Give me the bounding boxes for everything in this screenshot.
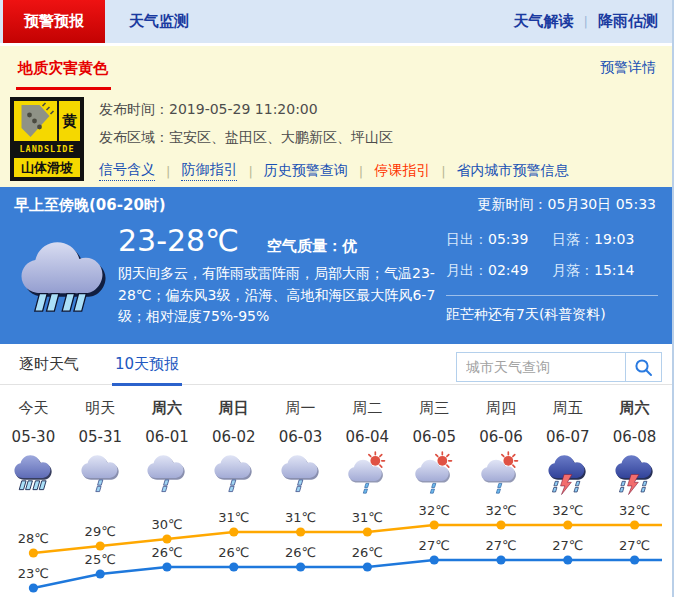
temp-label: 30℃: [151, 517, 182, 532]
day-name: 今天: [0, 399, 67, 418]
day-column-05-30[interactable]: 今天05-30: [0, 390, 67, 501]
solar-term-link[interactable]: 距芒种还有7天(科普资料): [446, 295, 658, 324]
day-column-06-02[interactable]: 周日06-02: [200, 390, 267, 501]
high-temp-point: [496, 520, 505, 529]
sun-moon-grid: 日出：05:39日落：19:03月出：02:49月落：15:14: [446, 231, 658, 280]
alert-link-1[interactable]: 信号含义: [99, 161, 155, 181]
temp-label: 26℃: [352, 545, 383, 560]
high-temp-point: [630, 520, 639, 529]
day-date: 06-01: [134, 428, 201, 446]
publish-time-label: 发布时间：: [99, 101, 169, 117]
sun-moon-item-3: 月出：02:49: [446, 262, 552, 280]
landslide-warning-icon[interactable]: 黄 LANDSLIDE 山体滑坡: [10, 97, 84, 181]
day-column-06-08[interactable]: 周六06-08: [601, 390, 668, 501]
alert-detail-link[interactable]: 预警详情: [600, 59, 656, 77]
top-tab-bar: 预警预报 天气监测 天气解读 | 降雨估测: [0, 0, 672, 43]
temp-label: 27℃: [419, 538, 450, 553]
forecast-tab-bar: 逐时天气 10天预报: [0, 352, 672, 385]
temp-label: 29℃: [85, 524, 116, 539]
high-temp-point: [563, 520, 572, 529]
sun-moon-value: 05:39: [488, 231, 528, 247]
publish-area-label: 发布区域：: [99, 129, 169, 145]
low-temp-point: [162, 562, 171, 571]
link-weather-interpretation[interactable]: 天气解读: [514, 12, 574, 31]
day-column-05-31[interactable]: 明天05-31: [67, 390, 134, 501]
search-button[interactable]: [625, 353, 661, 381]
day-name: 周一: [267, 399, 334, 418]
day-column-06-07[interactable]: 周五06-07: [534, 390, 601, 501]
sun-moon-value: 02:49: [488, 262, 528, 278]
city-search-input[interactable]: [457, 353, 625, 381]
divider: |: [359, 164, 363, 179]
alert-section: 地质灾害黄色 预警详情: [0, 46, 672, 187]
warning-level-label: 黄: [59, 101, 80, 141]
temp-label: 31℃: [352, 510, 383, 525]
day-column-06-01[interactable]: 周六06-01: [134, 390, 201, 501]
city-search-box: [456, 352, 662, 382]
tab-weather-monitoring[interactable]: 天气监测: [105, 0, 213, 43]
shower-icon: [279, 451, 322, 497]
sun-moon-label: 月出：: [446, 262, 488, 278]
low-temp-point: [496, 555, 505, 564]
alert-link-5[interactable]: 省内城市预警信息: [457, 162, 569, 180]
high-temp-point: [430, 520, 439, 529]
low-temp-point: [363, 562, 372, 571]
high-temp-point: [296, 527, 305, 536]
day-column-06-03[interactable]: 周一06-03: [267, 390, 334, 501]
forecast-days-row: 今天05-30明天05-31周六06-01周日06-02周一06-03周二06-…: [0, 385, 668, 501]
tab-10day-forecast[interactable]: 10天预报: [112, 355, 182, 386]
current-weather-panel: 早上至傍晚(06-20时) 更新时间：05月30日 05:33 23-28℃ 空…: [0, 187, 672, 344]
day-column-06-06[interactable]: 周四06-06: [468, 390, 535, 501]
low-temp-point: [29, 583, 38, 592]
page-right-border: [672, 0, 674, 597]
sun-moon-label: 日落：: [552, 231, 594, 247]
temp-label: 32℃: [419, 503, 450, 518]
temp-label: 32℃: [619, 503, 650, 518]
sun-moon-item-4: 月落：15:14: [552, 262, 658, 280]
alert-link-2[interactable]: 防御指引: [181, 161, 237, 181]
temp-label: 25℃: [85, 552, 116, 567]
weather-page: 预警预报 天气监测 天气解读 | 降雨估测 地质灾害黄色 预警详情: [0, 0, 678, 597]
temp-label: 26℃: [151, 545, 182, 560]
high-temp-point: [29, 548, 38, 557]
day-date: 06-02: [200, 428, 267, 446]
day-name: 周六: [134, 399, 201, 418]
publish-time-row: 发布时间：2019-05-29 11:20:00: [99, 101, 569, 119]
alert-link-3[interactable]: 历史预警查询: [264, 162, 348, 180]
thunderstorm-icon: [546, 451, 589, 497]
tab-hourly-weather[interactable]: 逐时天气: [16, 355, 82, 386]
link-rainfall-estimate[interactable]: 降雨估测: [598, 12, 658, 31]
high-temp-point: [162, 534, 171, 543]
day-name: 周四: [468, 399, 535, 418]
update-time: 更新时间：05月30日 05:33: [478, 196, 656, 215]
day-date: 06-03: [267, 428, 334, 446]
weather-description: 阴天间多云，有阵雨或雷阵雨，局部大雨；气温23-28℃；偏东风3级，沿海、高地和…: [118, 263, 446, 328]
day-name: 周日: [200, 399, 267, 418]
low-temp-point: [296, 562, 305, 571]
low-temp-point: [430, 555, 439, 564]
thunderstorm-icon: [613, 451, 656, 497]
day-date: 06-08: [601, 428, 668, 446]
sun-shower-icon: [479, 451, 522, 497]
temp-label: 26℃: [285, 545, 316, 560]
low-temp-point: [563, 555, 572, 564]
sun-moon-label: 月落：: [552, 262, 594, 278]
day-column-06-04[interactable]: 周二06-04: [334, 390, 401, 501]
sun-moon-value: 19:03: [594, 231, 634, 247]
tab-warning-forecast[interactable]: 预警预报: [3, 0, 105, 43]
search-icon: [634, 358, 653, 377]
sun-shower-icon: [346, 451, 389, 497]
heavy-rain-icon: [12, 451, 55, 497]
temp-label: 27℃: [619, 538, 650, 553]
topbar-links: 天气解读 | 降雨估测: [514, 0, 672, 43]
day-date: 06-05: [401, 428, 468, 446]
alert-link-4[interactable]: 停课指引: [374, 162, 430, 180]
forecast-period-title: 早上至傍晚(06-20时): [14, 196, 166, 215]
day-column-06-05[interactable]: 周三06-05: [401, 390, 468, 501]
divider: |: [584, 14, 588, 29]
high-temp-point: [363, 527, 372, 536]
alert-title[interactable]: 地质灾害黄色: [16, 59, 111, 90]
temp-label: 32℃: [552, 503, 583, 518]
alert-links-row: 信号含义|防御指引|历史预警查询|停课指引|省内城市预警信息: [99, 161, 569, 181]
day-name: 明天: [67, 399, 134, 418]
